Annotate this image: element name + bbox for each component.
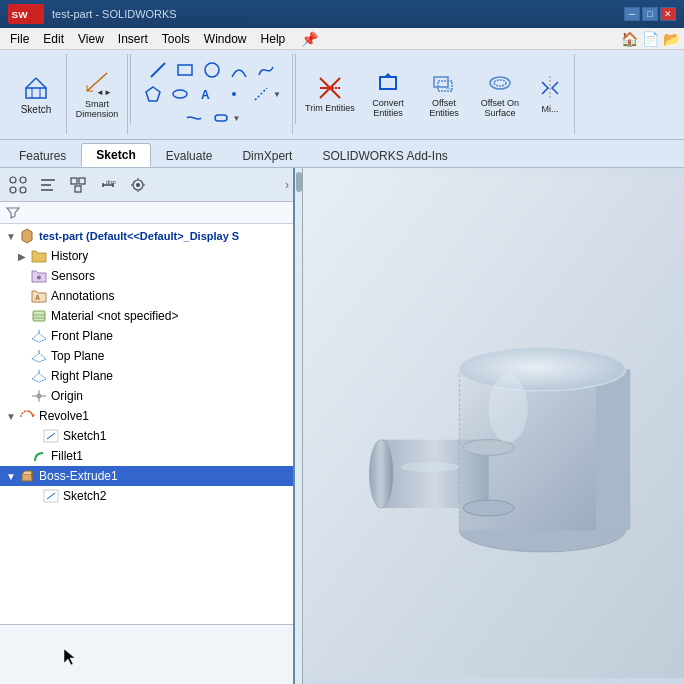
mirror-button[interactable]: Mi... — [532, 64, 568, 124]
annotations-label: Annotations — [51, 289, 114, 303]
tree-item-top-plane[interactable]: ▶ Top Plane — [0, 346, 293, 366]
tree-scrollbar[interactable] — [295, 168, 303, 684]
svg-rect-39 — [75, 186, 81, 192]
menu-window[interactable]: Window — [198, 30, 253, 48]
tree-item-origin[interactable]: ▶ Origin — [0, 386, 293, 406]
ellipse-tool-button[interactable] — [168, 84, 192, 104]
smart-dim-label: Smart Dimension — [73, 99, 121, 119]
offset-entities-button[interactable]: ↔ Offset Entities — [420, 64, 468, 124]
tree-item-fillet1[interactable]: ▶ Fillet1 — [0, 446, 293, 466]
svg-point-13 — [205, 63, 219, 77]
smart-dim-icon: ◄► — [83, 69, 111, 97]
tree-propertymanager-button[interactable] — [34, 172, 62, 198]
sketch2-label: Sketch2 — [63, 489, 106, 503]
slot-tool-button[interactable]: ▼ — [209, 108, 244, 128]
tree-featuremanager-button[interactable] — [4, 172, 32, 198]
tree-item-revolve1[interactable]: ▼ Revolve1 — [0, 406, 293, 426]
extrude1-arrow[interactable]: ▼ — [6, 471, 18, 482]
tree-item-boss-extrude1[interactable]: ▼ Boss-Extrude1 — [0, 466, 293, 486]
svg-text:A: A — [35, 294, 40, 301]
tab-sketch[interactable]: Sketch — [81, 143, 150, 167]
feature-tree-content: ▼ test-part (Default<<Default>_Display S… — [0, 224, 293, 624]
close-button[interactable]: ✕ — [660, 7, 676, 21]
history-arrow[interactable]: ▶ — [18, 251, 30, 262]
tab-addins[interactable]: SOLIDWORKS Add-Ins — [307, 144, 462, 167]
menu-bar: File Edit View Insert Tools Window Help … — [0, 28, 684, 50]
menu-view[interactable]: View — [72, 30, 110, 48]
point-tool-button[interactable] — [222, 84, 246, 104]
menu-tools[interactable]: Tools — [156, 30, 196, 48]
top-plane-label: Top Plane — [51, 349, 104, 363]
front-plane-icon — [30, 328, 48, 344]
polygon-tool-button[interactable] — [141, 84, 165, 104]
line-tool-button[interactable] — [146, 60, 170, 80]
tree-item-sensors[interactable]: ▶ Sensors — [0, 266, 293, 286]
freehand-tool-button[interactable] — [182, 108, 206, 128]
text-tool-button[interactable]: A — [195, 84, 219, 104]
open-button[interactable]: 📂 — [663, 31, 680, 47]
viewport[interactable] — [303, 168, 684, 684]
maximize-button[interactable]: □ — [642, 7, 658, 21]
menu-help[interactable]: Help — [255, 30, 292, 48]
minimize-button[interactable]: ─ — [624, 7, 640, 21]
tree-item-history[interactable]: ▶ History — [0, 246, 293, 266]
sensors-icon — [30, 268, 48, 284]
menu-file[interactable]: File — [4, 30, 35, 48]
tree-root-item[interactable]: ▼ test-part (Default<<Default>_Display S — [0, 226, 293, 246]
tree-item-front-plane[interactable]: ▶ Front Plane — [0, 326, 293, 346]
tree-item-right-plane[interactable]: ▶ Right Plane — [0, 366, 293, 386]
window-title: test-part - SOLIDWORKS — [52, 8, 624, 20]
sketch-button[interactable]: Sketch — [12, 64, 60, 124]
menu-edit[interactable]: Edit — [37, 30, 70, 48]
fillet1-label: Fillet1 — [51, 449, 83, 463]
sketch1-label: Sketch1 — [63, 429, 106, 443]
tab-dimxpert[interactable]: DimXpert — [227, 144, 307, 167]
sketch1-icon — [42, 428, 60, 444]
tab-features[interactable]: Features — [4, 144, 81, 167]
svg-text:dim: dim — [106, 179, 116, 185]
tree-item-sketch1[interactable]: ▶ Sketch1 — [0, 426, 293, 446]
spline-tool-button[interactable] — [254, 60, 278, 80]
part-icon — [18, 228, 36, 244]
divider-2 — [295, 54, 296, 124]
rectangle-tool-button[interactable] — [173, 60, 197, 80]
tree-displaymanager-button[interactable] — [124, 172, 152, 198]
circle-tool-button[interactable] — [200, 60, 224, 80]
trim-entities-button[interactable]: Trim Entities — [304, 64, 356, 124]
svg-point-86 — [489, 374, 528, 442]
tree-item-sketch2[interactable]: ▶ Sketch2 — [0, 486, 293, 506]
arc-tool-button[interactable] — [227, 60, 251, 80]
smart-dim-group: ◄► Smart Dimension — [67, 54, 128, 134]
convert-entities-button[interactable]: Convert Entities — [362, 64, 414, 124]
sketch-icon — [22, 74, 50, 102]
svg-rect-37 — [71, 178, 77, 184]
offset-on-surface-button[interactable]: Offset On Surface — [474, 64, 526, 124]
tree-configurationmanager-button[interactable] — [64, 172, 92, 198]
title-controls: ─ □ ✕ — [624, 7, 676, 21]
history-icon — [30, 248, 48, 264]
tree-dimetamanager-button[interactable]: dim — [94, 172, 122, 198]
tree-item-material[interactable]: ▶ Material <not specified> — [0, 306, 293, 326]
svg-line-3 — [26, 78, 36, 88]
tree-item-annotations[interactable]: ▶ A Annotations — [0, 286, 293, 306]
svg-rect-38 — [79, 178, 85, 184]
root-label: test-part (Default<<Default>_Display S — [39, 230, 239, 242]
tab-evaluate[interactable]: Evaluate — [151, 144, 228, 167]
feature-tree-panel: dim › — [0, 168, 295, 684]
svg-rect-2 — [26, 88, 46, 98]
root-collapse-arrow[interactable]: ▼ — [6, 231, 18, 242]
offset-tool-button[interactable]: ▼ — [249, 84, 284, 104]
pin-button[interactable]: 📌 — [301, 31, 318, 47]
svg-line-70 — [47, 493, 55, 499]
revolve1-arrow[interactable]: ▼ — [6, 411, 18, 422]
home-button[interactable]: 🏠 — [621, 31, 638, 47]
new-button[interactable]: 📄 — [642, 31, 659, 47]
smart-dimension-button[interactable]: ◄► Smart Dimension — [73, 64, 121, 124]
menu-insert[interactable]: Insert — [112, 30, 154, 48]
svg-point-30 — [10, 177, 16, 183]
tree-expand-icon[interactable]: › — [285, 178, 289, 192]
tree-scrollbar-thumb[interactable] — [296, 172, 302, 192]
title-bar: SW test-part - SOLIDWORKS ─ □ ✕ — [0, 0, 684, 28]
solidworks-logo: SW — [8, 4, 44, 24]
svg-marker-71 — [64, 649, 75, 665]
